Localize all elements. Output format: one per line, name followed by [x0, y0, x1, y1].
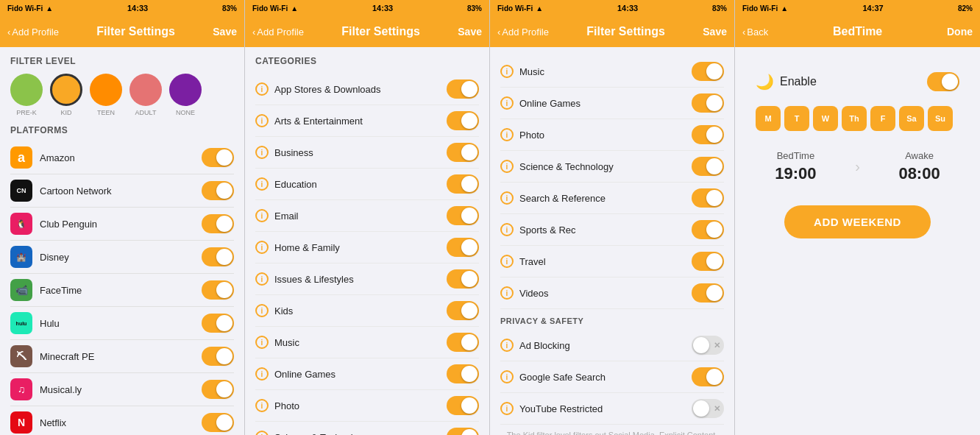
toggle-onlinegames3[interactable]: [692, 93, 724, 113]
back-btn-4[interactable]: ‹ Back: [742, 26, 768, 38]
icon-cartoon: CN: [10, 180, 32, 202]
toggle-issues[interactable]: [447, 269, 479, 289]
name-musically: Musical.ly: [40, 384, 82, 395]
toggle-photo[interactable]: [447, 396, 479, 415]
toggle-musically[interactable]: [202, 380, 234, 399]
back-btn-1[interactable]: ‹ Add Profile: [7, 26, 59, 38]
info-icon-videos3[interactable]: i: [500, 286, 514, 300]
info-icon-sportsrec3[interactable]: i: [500, 223, 514, 236]
status-bar-1: Fido Wi-Fi ▲ 14:33 83%: [0, 0, 244, 16]
cat-left-sportsrec3: i Sports & Rec: [500, 223, 576, 236]
panel-filter-settings-1: Fido Wi-Fi ▲ 14:33 83% ‹ Add Profile Fil…: [0, 0, 245, 435]
info-icon-issues[interactable]: i: [255, 272, 269, 286]
info-icon-arts[interactable]: i: [255, 114, 269, 127]
done-btn-4[interactable]: Done: [947, 26, 973, 38]
filter-prek[interactable]: PRE-K: [10, 74, 43, 116]
content-3: i Music i Online Games i Photo i Science…: [490, 47, 734, 435]
platform-left-netflix: N Netflix: [10, 411, 66, 434]
info-icon-education[interactable]: i: [255, 177, 269, 191]
day-btn-t[interactable]: T: [784, 106, 809, 131]
info-icon-searchref3[interactable]: i: [500, 191, 514, 205]
toggle-facetime[interactable]: [202, 280, 234, 300]
nav-title-3: Filter Settings: [586, 25, 665, 38]
toggle-business[interactable]: [447, 143, 479, 162]
day-btn-sa[interactable]: Sa: [899, 106, 924, 131]
toggle-sportsrec3[interactable]: [692, 220, 724, 239]
bedtime-section: 🌙 Enable M T W Th F Sa Su BedTime 19:00: [745, 56, 970, 249]
filter-adult[interactable]: ADULT: [129, 74, 162, 116]
back-btn-2[interactable]: ‹ Add Profile: [252, 26, 304, 38]
toggle-amazon[interactable]: [202, 148, 234, 167]
platform-row-facetime: 📹 FaceTime: [10, 274, 234, 307]
platforms-title: PLATFORMS: [10, 125, 234, 135]
toggle-music[interactable]: [447, 333, 479, 352]
toggle-arts[interactable]: [447, 111, 479, 130]
info-icon-business[interactable]: i: [255, 146, 269, 159]
label-none: NONE: [176, 109, 195, 116]
day-btn-f[interactable]: F: [870, 106, 895, 131]
day-btn-su[interactable]: Su: [928, 106, 953, 131]
day-btn-th[interactable]: Th: [842, 106, 867, 131]
back-chevron-1: ‹: [7, 26, 10, 38]
info-icon-homefamily[interactable]: i: [255, 241, 269, 254]
save-btn-3[interactable]: Save: [703, 26, 727, 38]
filter-none[interactable]: NONE: [169, 74, 202, 116]
nav-title-4: BedTime: [833, 25, 882, 38]
back-btn-3[interactable]: ‹ Add Profile: [497, 26, 549, 38]
filter-teen[interactable]: TEEN: [90, 74, 122, 116]
info-icon-adblocking[interactable]: i: [500, 339, 514, 352]
save-btn-1[interactable]: Save: [213, 26, 237, 38]
day-btn-m[interactable]: M: [756, 106, 781, 131]
info-icon-music[interactable]: i: [255, 336, 269, 349]
toggle-hulu[interactable]: [202, 314, 234, 333]
toggle-disney[interactable]: [202, 247, 234, 266]
info-icon-music3[interactable]: i: [500, 65, 514, 78]
info-icon-email[interactable]: i: [255, 209, 269, 222]
add-weekend-button[interactable]: ADD WEEKEND: [784, 205, 931, 238]
toggle-homefamily[interactable]: [447, 238, 479, 257]
cat-left-searchref3: i Search & Reference: [500, 191, 606, 205]
circle-none: [169, 74, 202, 106]
info-icon-onlinegames[interactable]: i: [255, 367, 269, 381]
info-icon-photo3[interactable]: i: [500, 128, 514, 141]
day-btn-w[interactable]: W: [813, 106, 838, 131]
label-kid: KID: [60, 109, 71, 116]
toggle-clubpenguin[interactable]: [202, 214, 234, 233]
info-icon-scitech3[interactable]: i: [500, 160, 514, 173]
info-icon-travel3[interactable]: i: [500, 255, 514, 268]
toggle-education[interactable]: [447, 174, 479, 194]
toggle-searchref3[interactable]: [692, 188, 724, 208]
cat-name-homefamily: Home & Family: [274, 242, 340, 253]
toggle-cartoon[interactable]: [202, 181, 234, 200]
toggle-netflix[interactable]: [202, 413, 234, 432]
toggle-music3[interactable]: [692, 62, 724, 81]
toggle-adblocking[interactable]: ✕: [692, 336, 724, 355]
toggle-photo3[interactable]: [692, 125, 724, 144]
toggle-kids[interactable]: [447, 301, 479, 320]
toggle-email[interactable]: [447, 206, 479, 225]
toggle-googlesafe[interactable]: [692, 367, 724, 386]
cat-row-music3: i Music: [500, 56, 724, 88]
cat-left-photo: i Photo: [255, 399, 299, 412]
toggle-videos3[interactable]: [692, 283, 724, 303]
toggle-appstores[interactable]: [447, 79, 479, 99]
toggle-enable-bedtime[interactable]: [927, 72, 959, 91]
platform-left-cp: 🐧 Club Penguin: [10, 213, 97, 235]
save-btn-2[interactable]: Save: [458, 26, 482, 38]
toggle-youtuberest[interactable]: ✕: [692, 399, 724, 418]
info-icon-appstores[interactable]: i: [255, 82, 269, 96]
info-icon-onlinegames3[interactable]: i: [500, 96, 514, 110]
toggle-travel3[interactable]: [692, 252, 724, 271]
moon-icon: 🌙: [756, 73, 774, 91]
info-icon-kids[interactable]: i: [255, 304, 269, 317]
filter-kid[interactable]: KID: [50, 74, 82, 116]
info-icon-googlesafe[interactable]: i: [500, 370, 514, 383]
toggle-scitech3[interactable]: [692, 157, 724, 176]
toggle-scitech[interactable]: [447, 428, 479, 435]
bedtime-block: BedTime 19:00: [775, 150, 816, 183]
toggle-minecraft[interactable]: [202, 347, 234, 366]
info-icon-scitech[interactable]: i: [255, 431, 269, 435]
info-icon-photo[interactable]: i: [255, 399, 269, 412]
toggle-onlinegames[interactable]: [447, 364, 479, 383]
info-icon-youtuberest[interactable]: i: [500, 402, 514, 415]
